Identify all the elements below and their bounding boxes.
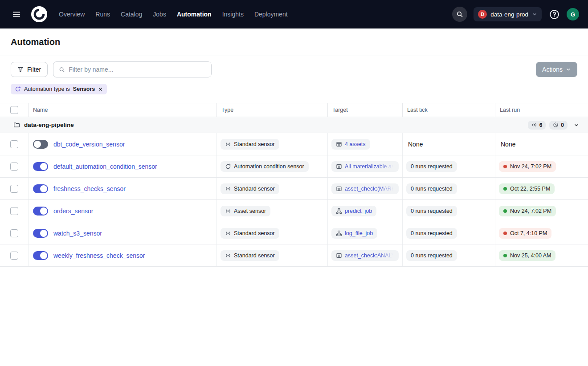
sensor-toggle[interactable]: [33, 184, 48, 193]
clock-icon: [553, 122, 559, 128]
sensor-name-link[interactable]: freshness_checks_sensor: [53, 185, 126, 192]
select-all-checkbox[interactable]: [10, 106, 18, 114]
table-row: orders_sensor Asset sensor predict_job 0…: [0, 200, 588, 222]
page-title: Automation: [11, 37, 577, 47]
target-link[interactable]: asset_check:ANALY: [331, 250, 399, 261]
sensor-toggle[interactable]: [33, 140, 48, 149]
row-checkbox[interactable]: [10, 207, 18, 215]
search-input[interactable]: [69, 66, 206, 73]
row-checkbox[interactable]: [10, 229, 18, 237]
sensor-name-link[interactable]: default_automation_condition_sensor: [53, 163, 157, 170]
name-filter-searchbox: [53, 61, 212, 77]
title-bar: Automation: [0, 28, 588, 56]
last-tick-badge: 0 runs requested: [406, 206, 457, 216]
sensor-name-link[interactable]: watch_s3_sensor: [53, 230, 102, 237]
job-icon: [336, 230, 342, 236]
filter-chip-value: Sensors: [73, 86, 95, 92]
run-status-dot: [503, 187, 507, 191]
nav-item-catalog[interactable]: Catalog: [121, 11, 142, 18]
sensor-type-badge: Standard sensor: [220, 183, 279, 194]
sensor-type-badge: Standard sensor: [220, 139, 279, 150]
target-link[interactable]: All materializable as: [331, 161, 399, 172]
sensor-toggle[interactable]: [33, 207, 48, 216]
actions-button[interactable]: Actions: [536, 62, 577, 77]
chevron-down-icon: [532, 12, 537, 17]
sensor-name-link[interactable]: weekly_freshness_check_sensor: [53, 252, 145, 259]
nav-item-overview[interactable]: Overview: [59, 11, 85, 18]
sensor-toggle[interactable]: [33, 162, 48, 171]
row-checkbox[interactable]: [10, 252, 18, 260]
last-run-link[interactable]: Nov 25, 4:00 AM: [499, 250, 555, 261]
collapse-group-icon[interactable]: [571, 122, 582, 129]
nav-item-jobs[interactable]: Jobs: [153, 11, 166, 18]
sensor-type-badge: Standard sensor: [220, 228, 279, 239]
nav-item-insights[interactable]: Insights: [222, 11, 244, 18]
chevron-down-icon: [566, 67, 571, 72]
last-run-link[interactable]: Oct 7, 4:10 PM: [499, 228, 551, 239]
sensor-type-badge: Standard sensor: [220, 250, 279, 261]
search-icon: [59, 66, 65, 73]
job-icon: [336, 208, 342, 214]
group-counts: 6 0: [528, 121, 582, 130]
row-checkbox[interactable]: [10, 140, 18, 148]
asset-icon: [336, 141, 342, 147]
last-tick-badge: 0 runs requested: [406, 250, 457, 261]
header-last-tick: Last tick: [403, 103, 495, 117]
user-avatar[interactable]: G: [567, 8, 579, 20]
target-link[interactable]: 4 assets: [331, 139, 370, 150]
asset-icon: [336, 163, 342, 170]
last-run-link[interactable]: Nov 24, 7:02 PM: [499, 161, 556, 172]
header-name: Name: [29, 103, 217, 117]
close-icon[interactable]: [98, 87, 103, 92]
table-row: weekly_freshness_check_sensor Standard s…: [0, 244, 588, 267]
last-run-link[interactable]: Oct 22, 2:55 PM: [499, 183, 555, 194]
sensor-toggle[interactable]: [33, 251, 48, 260]
actions-button-label: Actions: [542, 66, 563, 73]
deployment-selector[interactable]: D data-eng-prod: [474, 7, 542, 21]
sensor-icon: [225, 208, 231, 214]
target-link[interactable]: predict_job: [331, 206, 376, 216]
schedule-count-badge: 0: [549, 121, 568, 130]
last-tick-badge: 0 runs requested: [406, 228, 457, 239]
nav-item-runs[interactable]: Runs: [95, 11, 110, 18]
repo-group-row: data-eng-pipeline 6 0: [0, 117, 588, 133]
nav-right-cluster: D data-eng-prod G: [452, 7, 579, 22]
filter-chip-automation-type: Automation type is Sensors: [11, 84, 107, 94]
menu-icon[interactable]: [9, 7, 24, 22]
sensor-type-badge: Automation condition sensor: [220, 161, 309, 172]
toolbar: Filter Actions: [0, 56, 588, 83]
table-row: freshness_checks_sensor Standard sensor …: [0, 178, 588, 200]
sensor-name-link[interactable]: dbt_code_version_sensor: [53, 141, 125, 148]
sensor-name-link[interactable]: orders_sensor: [53, 207, 94, 215]
automation-icon: [225, 163, 231, 170]
last-run-link[interactable]: Nov 24, 7:02 PM: [499, 206, 556, 216]
sensor-icon: [531, 122, 537, 128]
run-status-dot: [503, 165, 507, 168]
deployment-badge: D: [478, 10, 487, 19]
sensor-icon: [225, 230, 231, 236]
nav-item-automation[interactable]: Automation: [177, 11, 212, 18]
asset-icon: [336, 186, 342, 192]
nav-item-deployment[interactable]: Deployment: [254, 11, 288, 18]
row-checkbox[interactable]: [10, 185, 18, 193]
run-status-dot: [503, 254, 507, 257]
active-filters-row: Automation type is Sensors: [0, 83, 588, 100]
sensor-toggle[interactable]: [33, 229, 48, 238]
filter-button-label: Filter: [27, 66, 41, 73]
target-link[interactable]: asset_check:(MARK: [331, 183, 399, 194]
dagster-logo-icon[interactable]: [30, 5, 48, 23]
filter-button[interactable]: Filter: [11, 62, 48, 77]
help-icon[interactable]: [548, 8, 560, 20]
row-checkbox[interactable]: [10, 163, 18, 171]
last-tick-value: None: [406, 141, 423, 148]
table-header: Name Type Target Last tick Last run: [0, 103, 588, 117]
last-tick-badge: 0 runs requested: [406, 161, 457, 172]
target-link[interactable]: log_file_job: [331, 228, 377, 239]
sensor-type-badge: Asset sensor: [220, 206, 270, 216]
filter-chip-prefix: Automation type is: [24, 86, 70, 92]
last-run-value: None: [499, 141, 515, 148]
asset-icon: [336, 252, 342, 259]
automation-icon: [15, 86, 21, 92]
search-icon[interactable]: [452, 7, 467, 22]
header-type: Type: [217, 103, 328, 117]
